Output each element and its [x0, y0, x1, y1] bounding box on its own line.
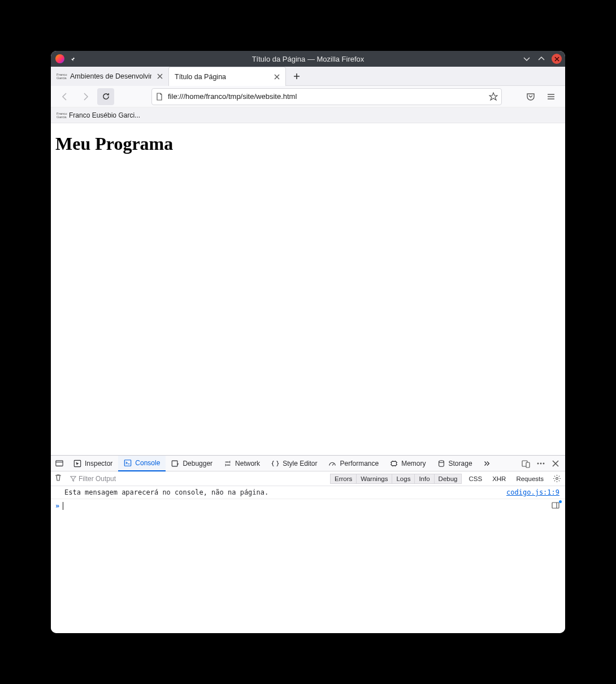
url-text: file:///home/franco/tmp/site/website.htm… — [168, 92, 484, 101]
tab-label: Ambientes de Desenvolvimen — [70, 72, 151, 80]
filter-xhr[interactable]: XHR — [489, 474, 509, 483]
tab-strip: Franco Garcia Ambientes de Desenvolvimen… — [51, 67, 565, 86]
filter-errors[interactable]: Errors — [330, 474, 357, 484]
svg-point-9 — [540, 462, 542, 464]
svg-rect-3 — [172, 461, 178, 466]
devtools-responsive-mode-button[interactable] — [521, 458, 531, 469]
devtools-tab-memory[interactable]: Memory — [384, 456, 431, 471]
devtools-menu-button[interactable] — [536, 458, 546, 469]
filter-logs[interactable]: Logs — [392, 474, 415, 484]
devtools-tabs-overflow-button[interactable] — [478, 456, 495, 471]
bookmarks-toolbar: Franco Garcia Franco Eusébio Garci... — [51, 107, 565, 123]
filter-requests[interactable]: Requests — [513, 474, 547, 483]
svg-point-5 — [439, 460, 444, 462]
console-level-filters: Errors Warnings Logs Info Debug — [330, 474, 462, 484]
svg-rect-0 — [56, 460, 63, 466]
console-log-message: Esta mensagem aparecerá no console, não … — [64, 488, 268, 496]
file-icon — [155, 93, 163, 101]
filter-info[interactable]: Info — [415, 474, 434, 484]
filter-css[interactable]: CSS — [465, 474, 485, 483]
filter-debug[interactable]: Debug — [435, 474, 462, 484]
devtools-tab-console[interactable]: Console — [118, 456, 166, 471]
console-output: Esta mensagem aparecerá no console, não … — [51, 486, 565, 633]
app-menu-button[interactable] — [543, 88, 559, 105]
console-prompt-icon: » — [55, 502, 59, 510]
bookmark-item[interactable]: Franco Eusébio Garci... — [69, 111, 140, 119]
new-tab-button[interactable] — [288, 68, 305, 85]
console-input-row[interactable]: » — [51, 499, 565, 513]
navigation-toolbar: file:///home/franco/tmp/site/website.htm… — [51, 86, 565, 107]
svg-rect-4 — [392, 461, 397, 465]
console-log-row[interactable]: Esta mensagem aparecerá no console, não … — [51, 486, 565, 499]
pocket-button[interactable] — [522, 88, 539, 105]
devtools-tab-style-editor[interactable]: Style Editor — [266, 456, 323, 471]
console-log-source-link[interactable]: codigo.js:1:9 — [506, 488, 559, 496]
forward-button[interactable] — [77, 88, 94, 105]
filter-icon — [70, 475, 76, 482]
devtools-tab-performance[interactable]: Performance — [323, 456, 384, 471]
tab-close-button[interactable] — [273, 73, 281, 81]
console-editor-toggle-button[interactable] — [552, 501, 561, 510]
page-heading: Meu Programa — [55, 133, 561, 154]
devtools-tabstrip: Inspector Console Debugger Network Style… — [51, 456, 565, 471]
console-filter-input[interactable]: Filter Output — [68, 475, 147, 483]
svg-point-10 — [543, 462, 545, 464]
svg-rect-7 — [526, 462, 530, 467]
page-content-area: Meu Programa — [51, 123, 565, 455]
tab-favicon: Franco Garcia — [57, 73, 66, 80]
url-bar[interactable]: file:///home/franco/tmp/site/website.htm… — [151, 88, 502, 105]
svg-rect-12 — [552, 503, 559, 508]
browser-tab-0[interactable]: Franco Garcia Ambientes de Desenvolvimen — [51, 67, 168, 86]
devtools-close-button[interactable] — [550, 458, 561, 469]
tab-close-button[interactable] — [156, 72, 164, 80]
window-maximize-button[interactable] — [537, 54, 546, 63]
devtools-tab-debugger[interactable]: Debugger — [166, 456, 218, 471]
firefox-icon — [55, 54, 64, 63]
devtools-tab-inspector[interactable]: Inspector — [68, 456, 118, 471]
console-input-caret — [63, 502, 63, 510]
browser-tab-1[interactable]: Título da Página — [168, 67, 286, 86]
filter-warnings[interactable]: Warnings — [357, 474, 392, 484]
bookmark-favicon: Franco Garcia — [57, 112, 66, 119]
console-settings-button[interactable] — [553, 474, 562, 483]
pin-icon — [69, 55, 76, 62]
window-titlebar[interactable]: Título da Página — Mozilla Firefox — [51, 51, 565, 67]
tab-label: Título da Página — [175, 73, 268, 81]
window-close-button[interactable] — [552, 54, 562, 64]
console-toolbar: Filter Output Errors Warnings Logs Info … — [51, 471, 565, 486]
bookmark-star-icon[interactable] — [489, 92, 498, 101]
devtools-panel: Inspector Console Debugger Network Style… — [51, 455, 565, 633]
window-title: Título da Página — Mozilla Firefox — [51, 55, 565, 63]
firefox-window: Título da Página — Mozilla Firefox Franc… — [51, 51, 565, 633]
devtools-iframe-picker[interactable] — [51, 456, 68, 471]
console-clear-button[interactable] — [54, 474, 64, 484]
window-minimize-button[interactable] — [522, 54, 531, 63]
reload-button[interactable] — [97, 88, 114, 105]
svg-point-11 — [556, 477, 558, 479]
devtools-tab-storage[interactable]: Storage — [432, 456, 478, 471]
svg-point-8 — [537, 462, 539, 464]
back-button[interactable] — [57, 88, 73, 105]
devtools-tab-network[interactable]: Network — [218, 456, 266, 471]
